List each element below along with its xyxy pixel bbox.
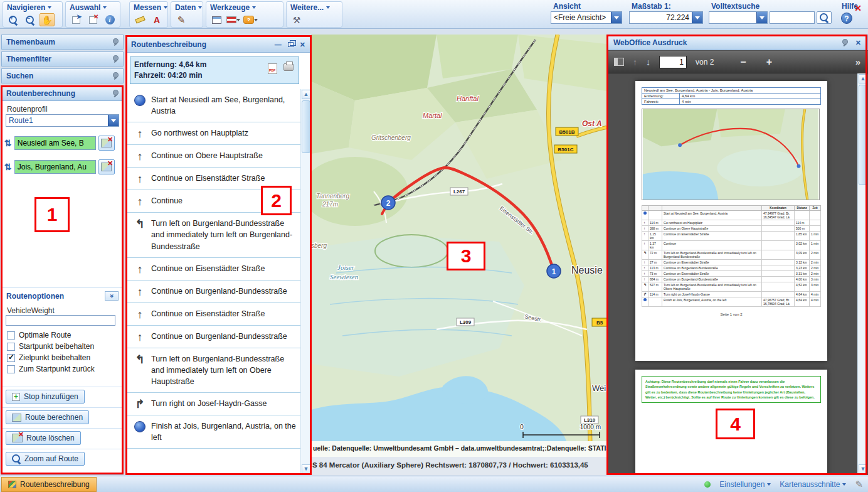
route-step[interactable]: ↑ Go northwest on Hauptplatz (126, 122, 302, 145)
more-tools-icon[interactable] (855, 56, 860, 68)
routenbeschreibung-taskbar-tab[interactable]: Routenbeschreibung (1, 477, 97, 492)
pin-icon[interactable] (112, 55, 119, 63)
massstab-select[interactable]: 72.224 (629, 11, 703, 24)
feedback-button[interactable] (243, 13, 258, 26)
stop-hinzufuegen-button[interactable]: Stop hinzufügen (6, 390, 85, 404)
option-zielpunkt-beibehalten[interactable]: Zielpunkt beibehalten (7, 353, 90, 362)
map-canvas[interactable]: B501B B501C L267 L309 B5 L310 H (311, 35, 606, 441)
scrollbar-thumb[interactable] (859, 85, 867, 185)
pin-icon[interactable] (112, 38, 119, 46)
zoom-auf-route-button[interactable]: Zoom auf Route (6, 452, 85, 466)
route-steps-scrollbar[interactable]: ▲ ▼ (300, 89, 310, 474)
tools-button[interactable] (289, 13, 304, 26)
route-start-input[interactable] (14, 136, 96, 150)
next-page-icon[interactable] (646, 56, 650, 68)
route-step[interactable]: ↰ Turn left on Burgenland-Bundesstraße a… (126, 348, 302, 393)
reorder-stops-icon[interactable] (4, 161, 12, 173)
edit-data-button[interactable] (174, 13, 189, 26)
collapse-options-button[interactable] (105, 291, 119, 301)
routenbeschreibung-header[interactable]: Routenbeschreibung (126, 36, 310, 53)
group-label-werkzeuge[interactable]: Werkzeuge (206, 2, 283, 13)
checkbox-unchecked-icon[interactable] (7, 331, 15, 340)
pin-icon[interactable] (112, 72, 119, 80)
volltextsuche-select[interactable] (709, 11, 768, 24)
route-step[interactable]: ↑ Continue on Burgenland-Bundesstraße (126, 281, 302, 303)
zoom-out-page-icon[interactable]: − (740, 57, 746, 67)
minimize-icon[interactable] (275, 40, 282, 49)
remove-ziel-button[interactable] (98, 159, 115, 174)
checkbox-unchecked-icon[interactable] (7, 343, 15, 351)
route-step[interactable]: ↰ Turn left on Burgenland-Bundesstraße a… (126, 213, 302, 257)
sidebar-panel-themenbaum[interactable]: Themenbaum (1, 35, 124, 50)
remove-start-button[interactable] (98, 136, 115, 151)
routenprofil-select[interactable]: Route1 (6, 114, 119, 127)
previous-page-icon[interactable] (633, 56, 637, 68)
annotate-button[interactable] (149, 13, 164, 26)
edit-icon[interactable] (855, 479, 863, 490)
scrollbar-thumb[interactable] (302, 100, 310, 153)
zoom-out-button[interactable]: − (23, 13, 38, 26)
pdf-scrollbar[interactable]: ▲ ▼ (857, 73, 867, 474)
route-step[interactable]: ↱ Turn right on Josef-Haydn-Gasse (126, 393, 302, 415)
close-icon[interactable] (855, 38, 861, 47)
route-step[interactable]: ↑ Continue on Burgenland-Bundesstraße (126, 326, 302, 348)
route-step[interactable]: ↑ Continue on Obere Hauptstraße (126, 145, 302, 168)
restore-window-icon[interactable] (288, 42, 294, 47)
zoom-in-page-icon[interactable]: + (766, 57, 772, 67)
group-label-weitere[interactable]: Weitere... (287, 2, 342, 13)
route-step[interactable]: ↑ Continue on Eisenstädter Straße (126, 303, 302, 326)
search-button[interactable] (817, 11, 832, 24)
scroll-up-icon[interactable]: ▲ (302, 90, 310, 99)
sidebar-panel-themenfilter[interactable]: Themenfilter (1, 51, 124, 67)
route-marker-1[interactable]: 1 (547, 264, 561, 278)
dropdown-arrow-icon[interactable] (692, 12, 702, 23)
reorder-stops-icon[interactable] (4, 137, 12, 149)
vehicleweight-input[interactable] (6, 315, 115, 326)
route-step[interactable]: Start at Neusiedl am See, Burgenland, Au… (126, 89, 302, 122)
export-pdf-icon[interactable] (268, 63, 277, 74)
route-step[interactable]: ↑ Continue on Eisenstädter Straße (126, 258, 302, 281)
option-startpunkt-beibehalten[interactable]: Startpunkt beibehalten (7, 342, 94, 351)
volltextsuche-input[interactable] (770, 11, 815, 24)
toggle-sidebar-icon[interactable] (614, 58, 624, 66)
dropdown-arrow-icon[interactable] (756, 12, 767, 23)
select-button[interactable]: ➤ (68, 13, 83, 26)
route-marker-2[interactable]: 2 (381, 196, 395, 210)
ausdruck-header[interactable]: WebOffice Ausdruck (606, 35, 868, 50)
scroll-up-icon[interactable]: ▲ (859, 74, 867, 83)
route-berechnen-button[interactable]: Route berechnen (6, 410, 89, 424)
group-label-auswahl[interactable]: Auswahl (66, 2, 120, 13)
group-label-navigieren[interactable]: Navigieren (3, 2, 62, 13)
sidebar-panel-suchen[interactable]: Suchen (1, 68, 124, 83)
dropdown-arrow-icon[interactable] (108, 115, 119, 126)
checkbox-checked-icon[interactable] (7, 354, 15, 362)
close-toolbar-button[interactable] (850, 1, 865, 14)
checkbox-unchecked-icon[interactable] (7, 365, 15, 373)
einstellungen-menu[interactable]: Einstellungen (719, 480, 771, 489)
route-loeschen-button[interactable]: Route löschen (6, 431, 81, 445)
scroll-down-icon[interactable]: ▼ (302, 464, 310, 474)
print-tool-button[interactable] (209, 13, 224, 26)
kartenausschnitte-menu[interactable]: Kartenausschnitte (780, 480, 846, 489)
zoom-in-button[interactable]: + (6, 13, 21, 26)
ansicht-select[interactable]: <Freie Ansicht> (551, 11, 622, 24)
sidebar-panel-routenberechnung[interactable]: Routenberechnung (1, 86, 124, 101)
pan-button[interactable] (40, 13, 55, 26)
clear-selection-button[interactable]: ✕ (85, 13, 100, 26)
language-button[interactable] (226, 13, 241, 26)
print-icon[interactable] (283, 63, 294, 71)
group-label-messen[interactable]: Messen (130, 2, 167, 13)
identify-button[interactable] (102, 13, 117, 26)
pin-icon[interactable] (112, 90, 119, 97)
measure-button[interactable] (132, 13, 147, 26)
scroll-down-icon[interactable]: ▼ (859, 464, 867, 474)
group-label-daten[interactable]: Daten (171, 2, 203, 13)
route-ziel-input[interactable] (14, 160, 96, 174)
dropdown-arrow-icon[interactable] (611, 12, 622, 23)
page-number-input[interactable] (659, 56, 687, 68)
option-zum-startpunkt-zurueck[interactable]: Zum Startpunkt zurück (7, 365, 95, 373)
pin-icon[interactable] (841, 39, 848, 46)
close-icon[interactable] (300, 40, 305, 49)
route-step[interactable]: Finish at Jois, Burgenland, Austria, on … (126, 415, 302, 449)
option-optimale-route[interactable]: Optimale Route (7, 331, 71, 340)
